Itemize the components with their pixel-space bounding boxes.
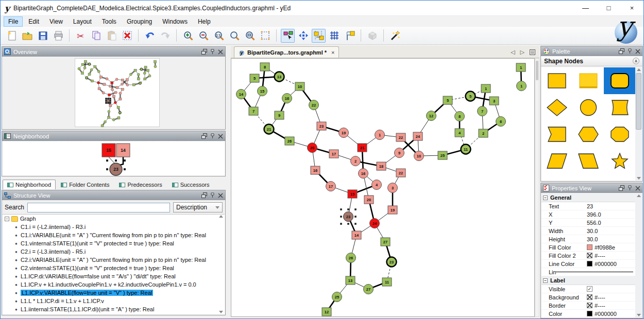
selection-handle[interactable] — [340, 208, 342, 210]
zoom-lens-button[interactable] — [227, 29, 241, 43]
properties-section-general[interactable]: −General — [541, 193, 635, 202]
zoom-selection-button[interactable] — [243, 29, 257, 43]
zoom-out-button[interactable] — [196, 29, 210, 43]
graph-node[interactable] — [121, 88, 124, 91]
overview-minimap[interactable] — [75, 58, 160, 127]
overview-body[interactable] — [3, 57, 225, 129]
new-document-button[interactable] — [5, 29, 19, 43]
graph-node[interactable] — [129, 73, 132, 76]
tab-list-icon[interactable] — [530, 49, 535, 55]
float-icon[interactable] — [619, 185, 624, 191]
graph-node[interactable] — [84, 60, 87, 63]
tree-item[interactable]: ●L1.L * L1.ICP.di = L1.v + L1.ICP.v — [3, 297, 225, 305]
close-panel-icon[interactable] — [635, 186, 640, 191]
property-row[interactable]: Height30.0 — [541, 235, 635, 243]
filter-dropdown[interactable]: Description — [173, 202, 223, 212]
menu-help[interactable]: Help — [193, 16, 215, 27]
graph-node[interactable] — [108, 110, 110, 113]
graph-node[interactable] — [108, 94, 111, 96]
structure-tree[interactable]: −Graph●C1.i = (-L2.iinternal) - R3.i●C1.… — [3, 214, 225, 314]
palette-shape-ellipse[interactable] — [573, 94, 604, 121]
scroll-down-icon[interactable] — [637, 177, 641, 180]
properties-scrollbar[interactable] — [635, 193, 642, 317]
expand-toggle-icon[interactable]: − — [5, 217, 9, 221]
tab-next-icon[interactable]: ▷ — [520, 49, 524, 56]
palette-shape-hexagon[interactable] — [573, 121, 604, 148]
palette-shape-diamond[interactable] — [541, 94, 573, 121]
property-row[interactable]: Border#---- — [541, 302, 635, 310]
edit-mode-button[interactable] — [281, 29, 295, 43]
graph-node[interactable] — [143, 72, 146, 75]
property-row[interactable]: Line Type — [541, 268, 635, 276]
menu-grouping[interactable]: Grouping — [122, 16, 157, 27]
print-button[interactable] — [51, 29, 65, 43]
graph-node[interactable] — [117, 106, 120, 109]
neighborhood-body[interactable]: 151423 — [3, 141, 225, 175]
neighborhood-tab-neighborhood[interactable]: Neighborhood — [3, 180, 56, 189]
scroll-up-icon[interactable] — [637, 194, 641, 197]
edge-flag-button[interactable] — [343, 29, 357, 43]
tree-item[interactable]: ●C2.i = (-L3.iinternal) - R5.i — [3, 247, 225, 256]
close-panel-icon[interactable] — [218, 49, 223, 55]
selection-handle[interactable] — [347, 208, 349, 210]
property-row[interactable]: Fill Color 2#---- — [541, 252, 635, 260]
navigate-button[interactable] — [296, 29, 310, 43]
graph-node[interactable] — [147, 69, 149, 72]
grid-button[interactable] — [327, 29, 341, 43]
selection-handle[interactable] — [354, 208, 357, 210]
copy-button[interactable] — [89, 29, 103, 43]
graph-node[interactable] — [137, 78, 140, 80]
selection-handle[interactable] — [106, 160, 108, 162]
palette-shape-rectangle[interactable] — [541, 67, 573, 94]
graph-node[interactable] — [132, 83, 135, 86]
collapse-section-icon[interactable]: ∧ — [633, 58, 639, 64]
graph-node[interactable] — [88, 73, 91, 76]
scroll-down-icon[interactable] — [219, 311, 223, 313]
graph-node[interactable] — [88, 63, 91, 65]
graph-node[interactable] — [109, 104, 112, 107]
selection-handle[interactable] — [340, 216, 342, 218]
graph-node[interactable] — [154, 61, 157, 63]
float-icon[interactable] — [201, 49, 207, 55]
graph-node[interactable] — [154, 65, 157, 68]
graph-node[interactable] — [86, 77, 88, 79]
close-panel-icon[interactable] — [218, 134, 223, 139]
graph-node[interactable] — [144, 66, 147, 68]
pin-icon[interactable] — [210, 49, 215, 55]
graph-node[interactable] — [109, 85, 111, 87]
graph-node[interactable] — [126, 79, 128, 81]
graph-node[interactable] — [108, 116, 110, 119]
graph-node[interactable] — [98, 87, 100, 90]
tree-item[interactable]: ●C1.vinternal:STATE(1)(unit = "V" protec… — [3, 239, 225, 247]
tab-close-icon[interactable]: × — [331, 49, 334, 56]
properties-section-label[interactable]: −Label — [541, 276, 635, 285]
pin-icon[interactable] — [628, 185, 632, 191]
selection-handle[interactable] — [105, 102, 107, 104]
palette-section-header[interactable]: Shape Nodes ∧ — [541, 56, 642, 66]
neighborhood-tab-predecessors[interactable]: Predecessors — [114, 180, 166, 189]
zoom-in-button[interactable] — [181, 29, 195, 43]
graph-node[interactable] — [121, 79, 124, 81]
document-tab[interactable]: y BipartiteGrap...tors.graphml * × — [234, 46, 339, 58]
snap-lines-button[interactable] — [312, 29, 326, 43]
graph-node[interactable] — [118, 111, 121, 114]
selection-handle[interactable] — [106, 168, 108, 170]
palette-shape-notched-rectangle[interactable] — [541, 121, 573, 148]
palette-shape-curved-rectangle[interactable] — [604, 94, 635, 121]
selection-handle[interactable] — [115, 160, 117, 162]
pin-icon[interactable] — [628, 48, 632, 54]
graph-node[interactable] — [117, 117, 120, 119]
tree-item[interactable]: ●C1.i:VARIABLE(unit = "A" ) "Current flo… — [3, 231, 225, 239]
graph-node[interactable] — [114, 91, 117, 94]
property-row[interactable]: Line Color#000000 — [541, 260, 635, 268]
canvas-scrollbar[interactable] — [535, 58, 539, 317]
palette-shape-trapezoid[interactable] — [573, 148, 604, 174]
graph-node[interactable] — [119, 98, 122, 100]
neighborhood-tab-folder-contents[interactable]: Folder Contents — [56, 180, 114, 189]
pin-icon[interactable] — [210, 133, 215, 139]
graph-node[interactable] — [107, 99, 110, 102]
graph-node[interactable] — [140, 68, 143, 70]
menu-layout[interactable]: Layout — [69, 16, 96, 27]
property-row[interactable]: X396.0 — [541, 210, 635, 219]
selection-handle[interactable] — [109, 102, 111, 104]
